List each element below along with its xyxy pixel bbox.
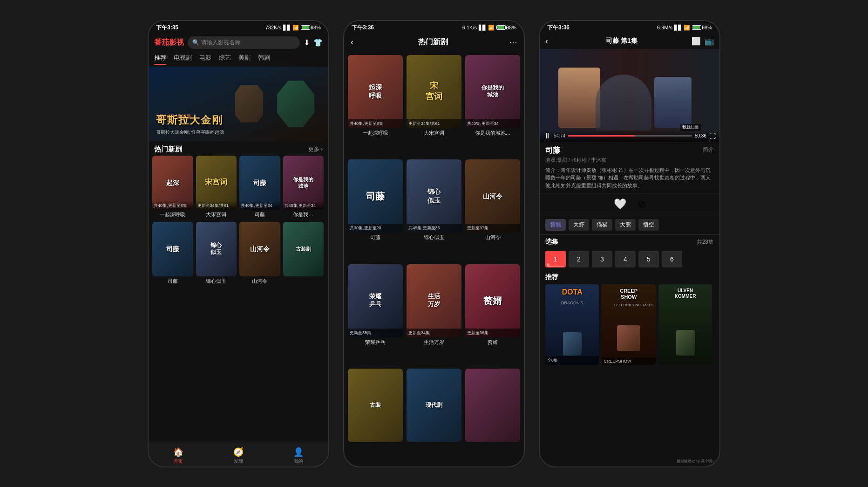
grid-card-3[interactable]: 你是我的城池 共40集,更新至34 你是我的城池… [465, 55, 520, 156]
bottom-nav-home[interactable]: 🏠 首页 [149, 447, 209, 465]
grid-name-8: 生活万岁 [407, 337, 461, 347]
grid-name-3: 你是我的城池… [465, 128, 520, 138]
episode-btn-5[interactable]: 5 [638, 251, 659, 268]
time-1: 下午3:35 [156, 24, 178, 32]
nav-tab-movie[interactable]: 电影 [199, 54, 211, 65]
nav-tab-tv[interactable]: 电视剧 [174, 54, 192, 65]
current-time: 54:74 [554, 133, 565, 138]
video-player[interactable]: 我就知道 ⏸ 54:74 50:36 ⛶ [540, 49, 719, 142]
grid-card-12[interactable] [465, 369, 520, 463]
platform-mao[interactable]: 猫猫 [592, 219, 612, 231]
page-title-2: 热门新剧 [357, 37, 509, 47]
status-bar-2: 下午3:36 6.1K/s ▋▊ 📶 98% [344, 21, 524, 34]
drama-card-6[interactable]: 锦心似玉 锦心似玉 [196, 222, 237, 286]
grid-card-9[interactable]: 赘婿 更新至36集 赘婿 [465, 264, 520, 365]
bottom-nav-discover[interactable]: 🧭 发现 [209, 447, 269, 465]
drama-card-7[interactable]: 山河令 山河令 [239, 222, 280, 286]
battery-2: 98% [496, 25, 516, 30]
dislike-icon: ⊘ [637, 198, 646, 210]
banner-title: 哥斯拉大金刚 [156, 113, 223, 127]
total-time: 50:36 [695, 133, 706, 138]
grid-card-2[interactable]: 宋宫词 更新至34集/共61 大宋宫词 [407, 55, 461, 156]
signal-1: 732K/s [265, 25, 281, 30]
nav-tabs: 推荐 电视剧 电影 综艺 美剧 韩剧 [149, 52, 328, 67]
back-button-2[interactable]: ‹ [351, 37, 353, 47]
drama-name-1: 一起深呼吸 [152, 210, 193, 219]
grid-card-11[interactable]: 现代剧 [407, 369, 461, 463]
back-button-3[interactable]: ‹ [545, 36, 548, 46]
time-3: 下午3:36 [547, 24, 570, 32]
platform-daxia[interactable]: 大虾 [569, 219, 589, 231]
pause-button[interactable]: ⏸ [543, 132, 551, 140]
episode-btn-2[interactable]: 2 [569, 251, 589, 268]
nav-tab-us[interactable]: 美剧 [238, 54, 251, 65]
drama-episodes-2: 更新至34集/共61 [196, 201, 237, 210]
drama-card-1[interactable]: 起深 共40集,更新至8集 一起深呼吸 [152, 156, 193, 219]
search-icon: 🔍 [192, 39, 199, 46]
episode-btn-1[interactable]: 1 [545, 251, 566, 268]
episode-header: 选集 共28集 [540, 235, 719, 248]
video-title: 司藤 第1集 [552, 37, 692, 45]
grid-name-2: 大宋宫词 [407, 128, 461, 138]
more-btn[interactable]: 更多 › [308, 145, 323, 153]
recommend-card-dota[interactable]: DOTA DRAGON'S 全8集 [545, 284, 599, 365]
drama-card-3[interactable]: 司藤 共40集,更新至34 司藤 [239, 156, 280, 219]
drama-card-5[interactable]: 司藤 司藤 [152, 222, 193, 286]
platform-wukong[interactable]: 悟空 [638, 219, 659, 231]
drama-card-8[interactable]: 古装剧 [283, 222, 324, 286]
grid-name-7: 荣耀乒乓 [348, 337, 403, 347]
progress-bar[interactable] [568, 135, 692, 137]
episode-btn-3[interactable]: 3 [592, 251, 612, 268]
signal-bars-icon: ▋▊ [283, 25, 291, 31]
drama-name-6: 锦心似玉 [196, 276, 237, 286]
discover-label: 发现 [234, 458, 243, 465]
grid-card-4[interactable]: 司藤 共30集,更新至20 司藤 [348, 159, 403, 261]
status-bar-3: 下午3:36 6.9M/s ▋▊ 📶 98% [540, 21, 719, 34]
grid-card-6[interactable]: 山河令 更新至37集 山河令 [465, 159, 520, 261]
search-bar[interactable]: 🔍 请输入影视名称 [188, 36, 300, 49]
grid-name-6: 山河令 [465, 233, 520, 242]
nav-tab-variety[interactable]: 综艺 [219, 54, 231, 65]
recommend-card-creepshow[interactable]: CREEPSHOW 12 TERRIFYING TALES CREEPSHOW [602, 284, 655, 365]
nav-tab-kr[interactable]: 韩剧 [258, 54, 270, 65]
status-bar-1: 下午3:35 732K/s ▋▊ 📶 98% [149, 21, 328, 34]
nav-tab-recommend[interactable]: 推荐 [154, 54, 166, 65]
dota-overlay: 全8集 [545, 356, 599, 365]
airplay-icon[interactable]: 📺 [705, 37, 714, 46]
shirt-icon[interactable]: 👕 [313, 38, 323, 47]
more-button-2[interactable]: ⋯ [509, 37, 517, 48]
grid-name-4: 司藤 [348, 233, 403, 242]
grid-name-5: 锦心似玉 [407, 233, 461, 242]
hot-dramas-title: 热门新剧 [154, 145, 182, 154]
grid-card-5[interactable]: 锦心似玉 共45集,更新至36 锦心似玉 [407, 159, 461, 261]
drama-card-2[interactable]: 宋宫词 更新至34集/共61 大宋宫词 [196, 156, 237, 219]
grid-card-7[interactable]: 荣耀乒乓 更新至38集 荣耀乒乓 [348, 264, 403, 365]
synopsis-button[interactable]: 简介 [703, 146, 714, 154]
grid-card-8[interactable]: 生活万岁 更新至34集 生活万岁 [407, 264, 461, 365]
platform-daxiong[interactable]: 大熊 [615, 219, 636, 231]
grid-name-1: 一起深呼吸 [348, 128, 403, 138]
episode-btn-6[interactable]: 6 [662, 251, 682, 268]
fullscreen-button[interactable]: ⛶ [709, 132, 716, 140]
search-placeholder: 请输入影视名称 [201, 39, 240, 47]
action-row: 🤍 ⊘ [540, 193, 719, 215]
app-header: 番茄影视 🔍 请输入影视名称 ⬇ 👕 [149, 34, 328, 52]
like-action[interactable]: 🤍 [614, 198, 626, 210]
banner[interactable]: 3月26日 谁能赢 哥斯拉大金刚 哥斯拉大战金刚: 怪兽字眼的起源 [149, 67, 328, 141]
episode-btn-4[interactable]: 4 [615, 251, 636, 268]
grid-card-10[interactable]: 古装 [348, 369, 403, 463]
battery-1: 98% [301, 25, 321, 30]
dislike-action[interactable]: ⊘ [637, 198, 646, 210]
drama-name-3: 司藤 [239, 210, 280, 219]
drama-card-4[interactable]: 你是我的城池 共40集,更新至34 你是我… [283, 156, 324, 219]
page-header-2: ‹ 热门新剧 ⋯ [344, 34, 524, 51]
wifi-icon: 📶 [292, 25, 299, 31]
bottom-nav-profile[interactable]: 👤 我的 [268, 447, 328, 465]
drama-detail-name: 司藤 [545, 146, 560, 154]
platform-zhineng[interactable]: 智能 [545, 219, 566, 231]
download-icon[interactable]: ⬇ [304, 38, 310, 47]
cast-icon[interactable]: ⬜ [692, 37, 701, 46]
grid-card-1[interactable]: 起深呼吸 共40集,更新至8集 一起深呼吸 [348, 55, 403, 156]
recommend-card-3[interactable]: ULVENKOMMER [658, 284, 712, 365]
drama-name-2: 大宋宫词 [196, 210, 237, 219]
